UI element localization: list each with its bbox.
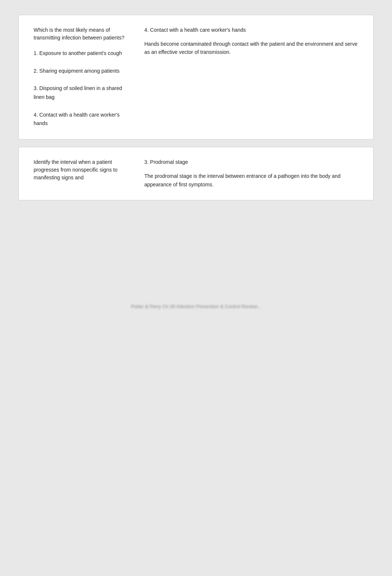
- right-column-2: 3. Prodromal stage The prodromal stage i…: [137, 158, 358, 189]
- explanation-text-2: The prodromal stage is the interval betw…: [144, 172, 358, 189]
- blurred-area: [18, 208, 374, 282]
- answer-item-1-4: 4. Contact with a health care worker's h…: [34, 111, 130, 128]
- card-content-2: Identify the interval when a patient pro…: [34, 158, 358, 189]
- footer-text: Potter & Perry Ch 30 Infection Preventio…: [7, 296, 385, 317]
- explanation-text-1: Hands become contaminated through contac…: [144, 40, 358, 56]
- page-container: Which is the most likely means of transm…: [7, 15, 385, 576]
- correct-answer-1: 4. Contact with a health care worker's h…: [144, 26, 358, 34]
- answer-item-1-3: 3. Disposing of soiled linen in a shared…: [34, 84, 130, 102]
- left-column-1: Which is the most likely means of transm…: [34, 26, 130, 128]
- answer-item-1-2: 2. Sharing equipment among patients: [34, 67, 130, 76]
- question-text-2: Identify the interval when a patient pro…: [34, 158, 130, 182]
- question-text-1: Which is the most likely means of transm…: [34, 26, 130, 42]
- answer-list-1: 1. Exposure to another patient's cough 2…: [34, 49, 130, 128]
- question-card-1: Which is the most likely means of transm…: [18, 15, 374, 139]
- question-card-2: Identify the interval when a patient pro…: [18, 147, 374, 200]
- correct-answer-2: 3. Prodromal stage: [144, 158, 358, 166]
- left-column-2: Identify the interval when a patient pro…: [34, 158, 130, 189]
- card-content-1: Which is the most likely means of transm…: [34, 26, 358, 128]
- answer-item-1-1: 1. Exposure to another patient's cough: [34, 49, 130, 58]
- right-column-1: 4. Contact with a health care worker's h…: [137, 26, 358, 128]
